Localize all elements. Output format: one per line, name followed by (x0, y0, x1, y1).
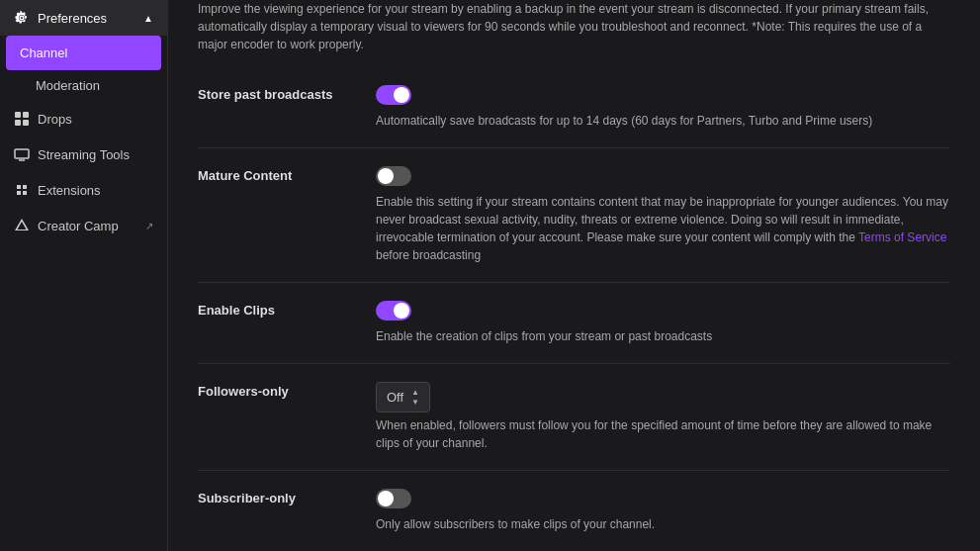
store-broadcasts-toggle[interactable] (376, 85, 411, 105)
setting-row-mature-content: Mature Content Enable this setting if yo… (198, 148, 950, 283)
sidebar-item-drops[interactable]: Drops (0, 101, 167, 137)
svg-rect-0 (15, 112, 21, 118)
toggle-knob (394, 303, 409, 319)
sidebar-item-preferences[interactable]: Preferences ▲ (0, 0, 167, 36)
extensions-label: Extensions (38, 183, 101, 198)
svg-rect-3 (23, 120, 29, 126)
drops-icon (14, 111, 30, 127)
setting-row-enable-clips: Enable Clips Enable the creation of clip… (198, 283, 950, 364)
gear-icon (14, 10, 30, 26)
followers-only-desc: When enabled, followers must follow you … (376, 416, 950, 452)
enable-clips-label: Enable Clips (198, 301, 356, 345)
toggle-knob (378, 168, 394, 184)
mature-desc-after: before broadcasting (376, 248, 481, 262)
toggle-knob (394, 87, 409, 103)
store-broadcasts-label: Store past broadcasts (198, 85, 356, 130)
subscriber-only-control: Only allow subscribers to make clips of … (376, 489, 950, 533)
chevron-up-icon: ▲ (143, 13, 153, 24)
preferences-label: Preferences (38, 11, 107, 26)
svg-rect-4 (15, 149, 29, 158)
followers-only-select[interactable]: Off ▲ ▼ (376, 382, 430, 413)
extensions-icon (14, 182, 30, 198)
store-broadcasts-control: Automatically save broadcasts for up to … (376, 85, 950, 130)
enable-clips-toggle[interactable] (376, 301, 411, 321)
creator-camp-icon (14, 218, 30, 233)
main-content: Improve the viewing experience for your … (168, 0, 980, 551)
streaming-icon (14, 146, 30, 162)
intro-description: Improve the viewing experience for your … (198, 0, 950, 63)
sidebar: Preferences ▲ Channel Moderation Drops S… (0, 0, 168, 551)
setting-row-subscriber-only: Subscriber-only Only allow subscribers t… (198, 471, 950, 551)
creator-camp-label: Creator Camp (38, 219, 119, 233)
subscriber-only-toggle[interactable] (376, 489, 411, 508)
external-link-icon: ↗ (145, 221, 153, 231)
terms-of-service-link[interactable]: Terms of Service (858, 230, 946, 244)
setting-row-store-broadcasts: Store past broadcasts Automatically save… (198, 67, 950, 148)
moderation-label: Moderation (36, 78, 100, 93)
enable-clips-desc: Enable the creation of clips from your s… (376, 327, 950, 345)
sidebar-item-streaming-tools[interactable]: Streaming Tools (0, 137, 167, 172)
mature-content-control: Enable this setting if your stream conta… (376, 166, 950, 264)
sidebar-item-extensions[interactable]: Extensions (0, 172, 167, 208)
enable-clips-control: Enable the creation of clips from your s… (376, 301, 950, 345)
subscriber-only-desc: Only allow subscribers to make clips of … (376, 515, 950, 533)
sidebar-item-moderation[interactable]: Moderation (0, 70, 167, 101)
mature-content-toggle[interactable] (376, 166, 411, 186)
channel-label: Channel (20, 46, 67, 60)
svg-rect-1 (23, 112, 29, 118)
toggle-knob (378, 491, 394, 506)
followers-only-label: Followers-only (198, 382, 356, 452)
select-arrows-icon: ▲ ▼ (411, 388, 419, 407)
sidebar-item-creator-camp[interactable]: Creator Camp ↗ (0, 208, 167, 243)
sidebar-item-channel[interactable]: Channel (6, 36, 161, 70)
store-broadcasts-desc: Automatically save broadcasts for up to … (376, 112, 950, 130)
drops-label: Drops (38, 112, 72, 127)
followers-only-value: Off (387, 390, 403, 405)
streaming-tools-label: Streaming Tools (38, 147, 130, 162)
subscriber-only-label: Subscriber-only (198, 489, 356, 533)
setting-row-followers-only: Followers-only Off ▲ ▼ When enabled, fol… (198, 364, 950, 471)
svg-rect-2 (15, 120, 21, 126)
followers-only-control: Off ▲ ▼ When enabled, followers must fol… (376, 382, 950, 452)
mature-content-desc: Enable this setting if your stream conta… (376, 193, 950, 264)
mature-content-label: Mature Content (198, 166, 356, 264)
